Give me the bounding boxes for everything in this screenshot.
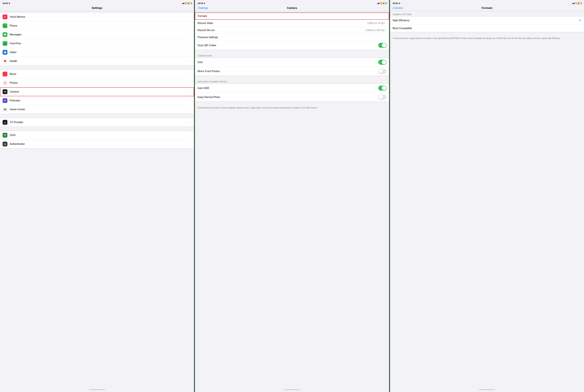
authenticator-label: Authenticator [10,142,191,146]
row-tvprovider[interactable]: 📺 TV Provider › [0,118,194,127]
back-button-settings[interactable]: ‹ Settings [197,6,208,10]
back-button-camera[interactable]: ‹ Camera [392,6,403,10]
wifi-icon-2: 📶 [380,2,382,4]
hdr-header: HDR (HIGH DYNAMIC RANGE) [195,80,389,84]
hdr-footer: HDR blends the best parts of three separ… [195,106,389,110]
keep-normal-label: Keep Normal Photo [197,96,378,99]
status-icons-3: 📶 [572,2,581,4]
row-gamecenter[interactable]: 🎮 Game Center › [0,105,194,114]
camera-label: Camera [10,90,191,93]
safari-icon: 🧭 [3,50,8,55]
chevron-icon: › [191,90,192,93]
settings-group-1: 🎙 Voice Memos › 📞 Phone › 💬 Messages › 📹… [0,12,194,66]
page-title-2: Camera [287,6,297,10]
row-formats[interactable]: Formats › [195,12,389,20]
check-icon: ✓ [579,19,581,22]
row-record-video[interactable]: Record Video 1080p at 30 fps › [195,20,389,27]
mirror-front-toggle[interactable] [378,69,387,74]
safari-label: Safari [10,51,191,54]
chevron-icon: › [191,51,192,54]
battery-icon-2 [383,2,387,4]
settings-list: 🎙 Voice Memos › 📞 Phone › 💬 Messages › 📹… [0,11,194,388]
chevron-icon: › [191,121,192,124]
music-label: Music [10,72,191,76]
back-chevron-icon: ‹ [197,6,198,10]
row-photos[interactable]: 🌸 Photos › [0,78,194,88]
grid-label: Grid [197,61,378,64]
wifi-icon-1: 📶 [185,2,187,4]
wifi-icon-3: 📶 [575,2,577,4]
messages-icon: 💬 [3,32,8,37]
row-music[interactable]: 🎵 Music › [0,70,194,78]
grid-toggle[interactable] [378,60,387,65]
nav-bar-2: ‹ Settings Camera [195,6,389,11]
option-high-efficiency[interactable]: High Efficiency ✓ [390,16,584,24]
camera-capture-section: CAMERA CAPTURE High Efficiency ✓ Most Co… [390,12,584,41]
page-title-1: Settings [92,6,102,10]
row-record-slomo[interactable]: Record Slo-mo 1080p at 240 fps › [195,27,389,34]
row-keep-normal[interactable]: Keep Normal Photo [195,93,389,102]
home-indicator-3 [390,388,584,392]
row-safari[interactable]: 🧭 Safari › [0,48,194,57]
row-auto-hdr[interactable]: Auto HDR [195,84,389,93]
signal-icon-2 [377,2,379,4]
row-facetime[interactable]: 📹 FaceTime › [0,39,194,48]
row-scan-qr[interactable]: Scan QR Codes [195,41,389,50]
chevron-icon: › [191,24,192,27]
phone-icon: 📞 [3,23,8,28]
row-camera[interactable]: 📷 Camera › [0,88,194,96]
chevron-icon: › [191,42,192,45]
nav-bar-3: ‹ Camera Formats [390,6,584,11]
messages-label: Messages [10,33,191,36]
signal-icon-3 [572,2,574,4]
camera-capture-header: CAMERA CAPTURE [390,12,584,16]
camera-icon: 📷 [3,89,8,94]
chevron-icon: › [191,60,192,62]
chevron-icon: › [191,82,192,84]
chevron-icon: › [386,15,387,18]
chevron-icon: › [191,73,192,75]
authenticator-icon: 🔒 [3,142,8,146]
camera-capture-group: High Efficiency ✓ Most Compatible [390,16,584,32]
settings-group-2: 🎵 Music › 🌸 Photos › 📷 Camera › 🎙 Podcas… [0,70,194,114]
formats-panel: 16:54 ➤ 📶 ‹ Camera Formats CAMERA CAPTUR… [389,0,584,392]
time-3: 16:54 ➤ [393,2,400,4]
row-podcasts[interactable]: 🎙 Podcasts › [0,96,194,105]
status-bar-1: 16:53 ➤ 📶 [0,0,194,6]
option-most-compatible[interactable]: Most Compatible [390,24,584,32]
back-label-camera: Camera [394,6,403,10]
row-authenticator[interactable]: 🔒 Authenticator › [0,140,194,148]
battery-icon-1 [188,2,191,4]
row-voice-memos[interactable]: 🎙 Voice Memos › [0,12,194,22]
facetime-label: FaceTime [10,42,191,45]
row-grid[interactable]: Grid [195,58,389,67]
voice-memos-label: Voice Memos [10,16,191,18]
battery-icon-3 [578,2,581,4]
chevron-icon: › [191,16,192,18]
nav-bar-1: Settings [0,6,194,11]
2gis-label: 2GIS [10,134,191,136]
back-label-settings: Settings [198,6,208,10]
gamecenter-label: Game Center [10,108,191,111]
row-mirror-front[interactable]: Mirror Front Photos [195,67,389,76]
row-health[interactable]: ❤️ Health › [0,57,194,66]
scan-qr-toggle[interactable] [378,43,387,48]
time-2: 16:53 ➤ [197,2,205,4]
photos-icon: 🌸 [3,80,8,85]
row-phone[interactable]: 📞 Phone › [0,22,194,30]
mirror-front-label: Mirror Front Photos [197,70,378,73]
auto-hdr-toggle[interactable] [378,86,387,90]
chevron-icon: › [191,99,192,102]
row-2gis[interactable]: 🗺 2GIS › [0,131,194,140]
composition-header: COMPOSITION [195,54,389,58]
row-messages[interactable]: 💬 Messages › [0,30,194,39]
composition-section: COMPOSITION Grid Mirror Front Photos [195,54,389,76]
camera-main-group: Formats › Record Video 1080p at 30 fps ›… [195,12,389,50]
most-compatible-label: Most Compatible [393,27,581,30]
tvprovider-icon: 📺 [3,120,8,125]
chevron-icon: › [191,108,192,111]
settings-group-4: 🗺 2GIS › 🔒 Authenticator › [0,131,194,148]
row-preserve-settings[interactable]: Preserve Settings › [195,34,389,41]
keep-normal-toggle[interactable] [378,94,387,100]
music-icon: 🎵 [3,72,8,76]
